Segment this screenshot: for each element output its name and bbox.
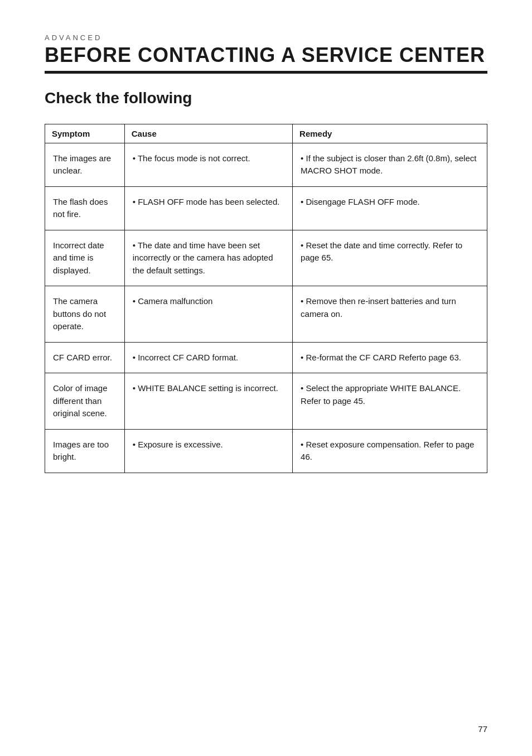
table-row: Color of image different than original s… <box>45 373 487 430</box>
advanced-label: ADVANCED <box>45 33 487 42</box>
cell-symptom: The camera buttons do not operate. <box>45 286 125 343</box>
cell-cause: • Camera malfunction <box>124 286 292 343</box>
cell-remedy: • Select the appropriate WHITE BALANCE. … <box>293 373 487 430</box>
col-cause: Cause <box>124 124 292 143</box>
cell-cause: • The date and time have been set incorr… <box>124 230 292 286</box>
section-title: Check the following <box>45 89 487 107</box>
title-underline <box>45 71 487 74</box>
table-row: CF CARD error.• Incorrect CF CARD format… <box>45 342 487 373</box>
cell-symptom: The images are unclear. <box>45 143 125 186</box>
cell-cause: • Exposure is excessive. <box>124 429 292 473</box>
cell-remedy: • Re-format the CF CARD Referto page 63. <box>293 342 487 373</box>
cell-cause: • WHITE BALANCE setting is incorrect. <box>124 373 292 430</box>
troubleshooting-table: Symptom Cause Remedy The images are uncl… <box>45 124 487 473</box>
cell-symptom: Incorrect date and time is displayed. <box>45 230 125 286</box>
page-number: 77 <box>471 724 487 734</box>
table-row: Images are too bright.• Exposure is exce… <box>45 429 487 473</box>
table-row: The flash does not fire.• FLASH OFF mode… <box>45 186 487 230</box>
table-row: Incorrect date and time is displayed.• T… <box>45 230 487 286</box>
main-title: BEFORE CONTACTING A SERVICE CENTER <box>45 44 487 66</box>
cell-symptom: CF CARD error. <box>45 342 125 373</box>
cell-remedy: • Disengage FLASH OFF mode. <box>293 186 487 230</box>
cell-cause: • The focus mode is not correct. <box>124 143 292 186</box>
table-row: The images are unclear.• The focus mode … <box>45 143 487 186</box>
cell-symptom: Color of image different than original s… <box>45 373 125 430</box>
col-remedy: Remedy <box>293 124 487 143</box>
cell-remedy: • If the subject is closer than 2.6ft (0… <box>293 143 487 186</box>
cell-remedy: • Reset exposure compensation. Refer to … <box>293 429 487 473</box>
cell-cause: • FLASH OFF mode has been selected. <box>124 186 292 230</box>
cell-remedy: • Remove then re-insert batteries and tu… <box>293 286 487 343</box>
cell-symptom: Images are too bright. <box>45 429 125 473</box>
col-symptom: Symptom <box>45 124 125 143</box>
cell-symptom: The flash does not fire. <box>45 186 125 230</box>
table-row: The camera buttons do not operate.• Came… <box>45 286 487 343</box>
cell-cause: • Incorrect CF CARD format. <box>124 342 292 373</box>
cell-remedy: • Reset the date and time correctly. Ref… <box>293 230 487 286</box>
